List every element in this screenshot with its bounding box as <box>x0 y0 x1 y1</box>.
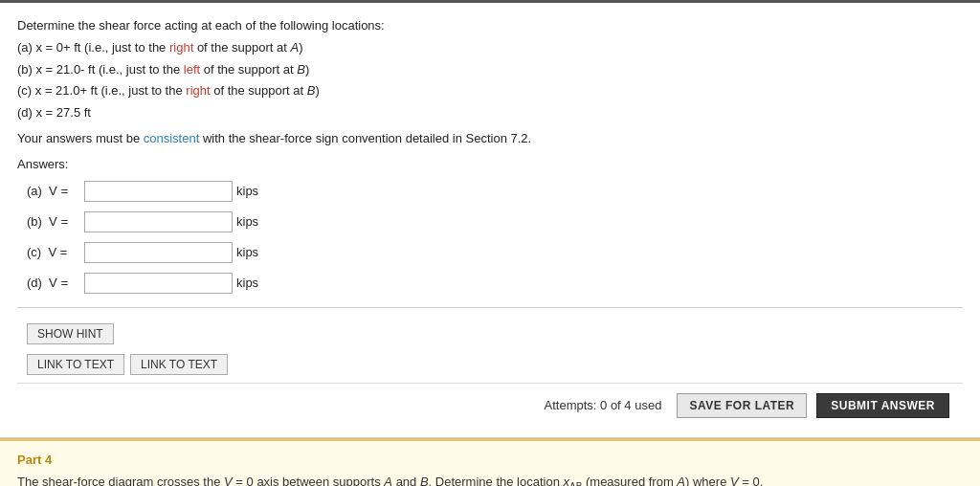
question-intro: Determine the shear force acting at each… <box>17 16 963 123</box>
answer-row-a: (a) V = kips <box>27 181 963 202</box>
answer-unit-b: kips <box>236 214 258 229</box>
save-for-later-button[interactable]: SAVE FOR LATER <box>677 393 807 418</box>
link-to-text-button-1[interactable]: LINK TO TEXT <box>27 354 124 375</box>
answer-label-d: (d) V = <box>27 276 84 290</box>
answer-row-b: (b) V = kips <box>27 211 963 232</box>
location-a: (a) x = 0+ ft (i.e., just to the right o… <box>17 38 963 58</box>
link-row: LINK TO TEXT LINK TO TEXT <box>17 350 963 383</box>
intro-text: Determine the shear force acting at each… <box>17 16 963 36</box>
location-b: (b) x = 21.0- ft (i.e., just to the left… <box>17 60 963 80</box>
hint-section: SHOW HINT LINK TO TEXT LINK TO TEXT <box>17 307 963 383</box>
link-to-text-button-2[interactable]: LINK TO TEXT <box>130 354 228 375</box>
show-hint-button[interactable]: SHOW HINT <box>27 323 114 344</box>
answer-unit-c: kips <box>236 245 258 259</box>
answer-unit-a: kips <box>236 184 258 198</box>
answer-input-b[interactable] <box>84 211 233 232</box>
part4-description: The shear-force diagram crosses the V = … <box>17 473 963 486</box>
answer-row-c: (c) V = kips <box>27 242 963 263</box>
question-section: Determine the shear force acting at each… <box>0 3 980 438</box>
part4-section: Part 4 The shear-force diagram crosses t… <box>0 438 980 486</box>
attempts-label: Attempts: 0 of 4 used <box>545 398 662 412</box>
submit-answer-button[interactable]: SUBMIT ANSWER <box>816 393 949 418</box>
main-container: Determine the shear force acting at each… <box>0 0 980 486</box>
location-d: (d) x = 27.5 ft <box>17 103 963 123</box>
location-c: (c) x = 21.0+ ft (i.e., just to the righ… <box>17 81 963 101</box>
answer-input-c[interactable] <box>84 242 233 263</box>
hint-row: SHOW HINT <box>17 318 963 350</box>
footer-row: Attempts: 0 of 4 used SAVE FOR LATER SUB… <box>17 383 963 428</box>
answer-input-d[interactable] <box>84 273 233 294</box>
answer-row-d: (d) V = kips <box>27 273 963 294</box>
part4-title: Part 4 <box>17 453 963 467</box>
answer-input-a[interactable] <box>84 181 233 202</box>
answer-label-b: (b) V = <box>27 214 84 229</box>
sign-convention-note: Your answers must be consistent with the… <box>17 131 963 145</box>
answer-label-a: (a) V = <box>27 184 84 198</box>
answer-unit-d: kips <box>236 276 258 290</box>
answer-label-c: (c) V = <box>27 245 84 259</box>
answers-label: Answers: <box>17 157 963 171</box>
